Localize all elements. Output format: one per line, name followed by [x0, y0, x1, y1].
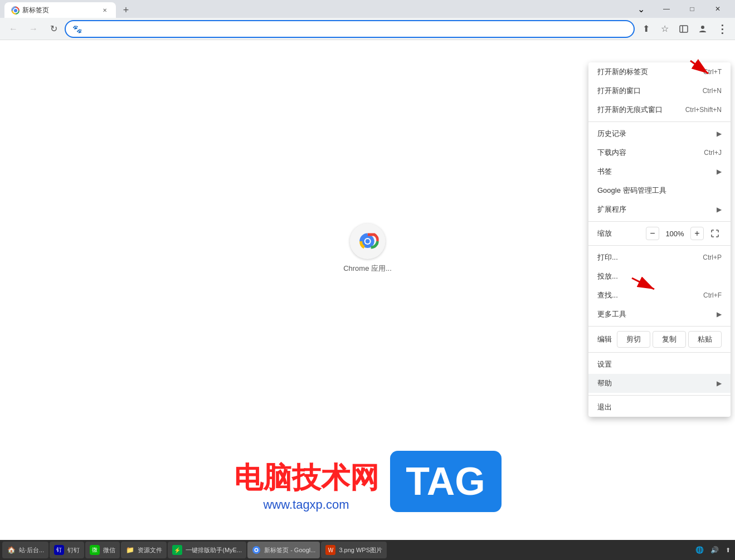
sidebar-button[interactable]	[675, 20, 693, 38]
edit-label: 编辑	[597, 334, 615, 344]
taskbar-icon-3: 微	[90, 545, 100, 555]
maximize-button[interactable]: □	[679, 0, 705, 18]
paste-button[interactable]: 粘贴	[688, 331, 722, 348]
tab-area: 新标签页 ✕ +	[4, 0, 134, 18]
menu-item-extensions[interactable]: 扩展程序 ▶	[588, 200, 731, 219]
address-bar[interactable]: 🐾	[65, 20, 635, 38]
divider-3	[588, 245, 731, 246]
taskbar-icon-7: W	[325, 545, 335, 555]
tab-title: 新标签页	[22, 6, 49, 15]
menu-button[interactable]: ⋮	[713, 20, 731, 38]
svg-point-14	[255, 549, 257, 551]
watermark-line2: www.tagxp.com	[234, 498, 379, 512]
zoom-fullscreen-button[interactable]	[708, 227, 722, 240]
taskbar-item-5[interactable]: ⚡ 一键排版助手(MyE...	[168, 542, 246, 558]
menu-item-history[interactable]: 历史记录 ▶	[588, 124, 731, 143]
menu-item-print[interactable]: 打印... Ctrl+P	[588, 248, 731, 267]
cut-button[interactable]: 剪切	[617, 331, 650, 348]
active-tab[interactable]: 新标签页 ✕	[4, 2, 116, 18]
network-icon: 🌐	[693, 546, 706, 554]
tab-close-button[interactable]: ✕	[100, 6, 109, 14]
new-tab-button[interactable]: +	[118, 2, 134, 18]
taskbar-item-2[interactable]: 钉 钉钉	[50, 542, 84, 558]
close-button[interactable]: ✕	[705, 0, 731, 18]
menu-item-incognito[interactable]: 打开新的无痕式窗口 Ctrl+Shift+N	[588, 100, 731, 119]
tab-favicon	[11, 6, 19, 14]
taskbar-item-7[interactable]: W 3.png WPS图片	[321, 542, 387, 558]
svg-rect-2	[680, 26, 688, 32]
dropdown-menu: 打开新的标签页 Ctrl+T 打开新的窗口 Ctrl+N 打开新的无痕式窗口 C…	[588, 62, 731, 417]
window-dropdown[interactable]: ⌄	[628, 0, 654, 18]
menu-item-settings[interactable]: 设置	[588, 355, 731, 374]
watermark-tag: TAG	[390, 451, 502, 512]
menu-item-new-tab[interactable]: 打开新的标签页 Ctrl+T	[588, 62, 731, 81]
edit-row: 编辑 剪切 复制 粘贴	[588, 329, 731, 350]
copy-button[interactable]: 复制	[653, 331, 686, 348]
bookmark-button[interactable]: ☆	[656, 20, 674, 38]
divider-2	[588, 221, 731, 222]
zoom-value: 100%	[664, 230, 686, 238]
taskbar-icon-5: ⚡	[172, 545, 182, 555]
chrome-icon-circle	[350, 223, 386, 259]
svg-point-4	[701, 26, 704, 29]
taskbar-icon-2: 钉	[54, 545, 64, 555]
address-input[interactable]	[86, 25, 627, 33]
menu-item-more-tools[interactable]: 更多工具 ▶	[588, 305, 731, 324]
minimize-button[interactable]: —	[654, 0, 679, 18]
watermark-line1: 电脑技术网	[234, 459, 379, 498]
forward-button[interactable]: →	[25, 20, 42, 38]
zoom-plus-button[interactable]: +	[690, 227, 704, 240]
back-button[interactable]: ←	[4, 20, 22, 38]
svg-point-1	[14, 9, 17, 12]
taskbar-arrow-icon: ⬆	[723, 547, 733, 554]
watermark-area: 电脑技术网 www.tagxp.com TAG	[0, 451, 735, 512]
chrome-app-icon[interactable]: Chrome 应用...	[343, 223, 392, 274]
divider-1	[588, 121, 731, 122]
window-controls: ⌄ — □ ✕	[628, 0, 731, 18]
menu-item-help[interactable]: 帮助 ▶	[588, 374, 731, 393]
taskbar-icon-4: 📁	[125, 546, 134, 554]
title-bar: 新标签页 ✕ + ⌄ — □ ✕	[0, 0, 735, 18]
taskbar-label-1: 站·后台...	[19, 546, 44, 554]
taskbar-label-3: 微信	[103, 546, 115, 554]
taskbar-item-6[interactable]: 新标签页 - Googl...	[247, 542, 320, 558]
share-button[interactable]: ⬆	[637, 20, 655, 38]
watermark-text: 电脑技术网 www.tagxp.com	[234, 459, 379, 512]
chrome-app-label: Chrome 应用...	[343, 264, 392, 274]
taskbar: 🏠 站·后台... 钉 钉钉 微 微信 📁 资源文件 ⚡ 一键排版助手(MyE.…	[0, 540, 735, 560]
taskbar-icon-6	[252, 546, 261, 554]
taskbar-item-3[interactable]: 微 微信	[85, 542, 120, 558]
taskbar-label-4: 资源文件	[138, 546, 162, 554]
taskbar-label-2: 钉钉	[67, 546, 80, 554]
menu-item-passwords[interactable]: Google 密码管理工具	[588, 181, 731, 200]
taskbar-label-7: 3.png WPS图片	[339, 546, 382, 554]
divider-4	[588, 326, 731, 327]
menu-item-exit[interactable]: 退出	[588, 398, 731, 417]
menu-item-cast[interactable]: 投放...	[588, 267, 731, 286]
address-favicon: 🐾	[72, 25, 82, 33]
divider-6	[588, 395, 731, 396]
taskbar-label-5: 一键排版助手(MyE...	[186, 546, 242, 554]
toolbar: ← → ↻ 🐾 ⬆ ☆ ⋮	[0, 18, 735, 40]
taskbar-label-6: 新标签页 - Googl...	[264, 546, 315, 554]
zoom-row: 缩放 − 100% +	[588, 224, 731, 243]
speaker-icon: 🔊	[708, 546, 721, 554]
reload-button[interactable]: ↻	[45, 20, 62, 38]
zoom-minus-button[interactable]: −	[646, 227, 659, 240]
profile-button[interactable]	[694, 20, 712, 38]
menu-item-downloads[interactable]: 下载内容 Ctrl+J	[588, 143, 731, 162]
menu-item-bookmarks[interactable]: 书签 ▶	[588, 162, 731, 181]
taskbar-right: 🌐 🔊 ⬆	[693, 546, 733, 554]
svg-point-7	[366, 239, 370, 244]
zoom-label: 缩放	[597, 228, 641, 238]
divider-5	[588, 352, 731, 353]
toolbar-actions: ⬆ ☆ ⋮	[637, 20, 731, 38]
taskbar-icon-1: 🏠	[7, 546, 16, 554]
taskbar-item-1[interactable]: 🏠 站·后台...	[2, 542, 48, 558]
taskbar-item-4[interactable]: 📁 资源文件	[121, 542, 167, 558]
main-content: Chrome 应用... 打开新的标签页 Ctrl+T 打开新的窗口 Ctrl+…	[0, 40, 735, 540]
menu-item-new-window[interactable]: 打开新的窗口 Ctrl+N	[588, 81, 731, 100]
menu-item-find[interactable]: 查找... Ctrl+F	[588, 286, 731, 305]
